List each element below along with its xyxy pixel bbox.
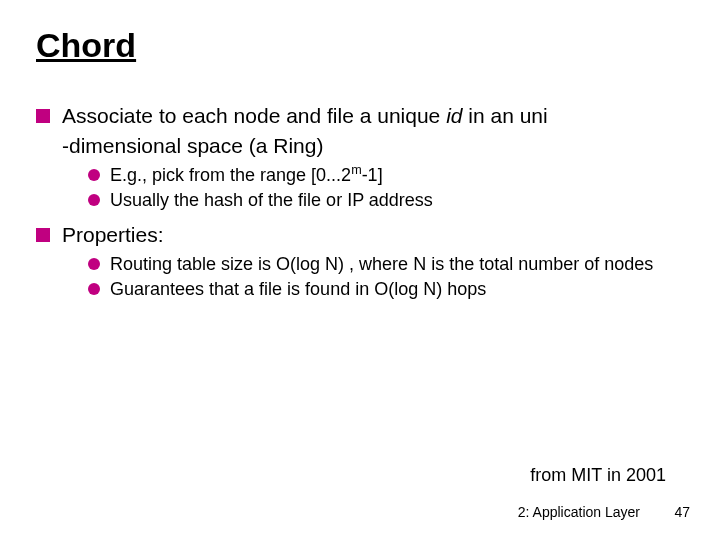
square-bullet-icon	[36, 228, 50, 242]
attribution-text: from MIT in 2001	[530, 465, 666, 486]
page-number: 47	[674, 504, 690, 520]
text-run: Associate to each node and file a unique	[62, 104, 446, 127]
subbullet-hops: Guarantees that a file is found in O(log…	[88, 278, 684, 301]
subbullets-associate: E.g., pick from the range [0...2m-1] Usu…	[88, 164, 684, 213]
text-run: Properties:	[62, 223, 164, 246]
slide-title: Chord	[36, 26, 684, 65]
bullet-properties: Properties:	[36, 222, 684, 248]
square-bullet-icon	[36, 109, 50, 123]
slide-body: Associate to each node and file a unique…	[36, 103, 684, 301]
superscript: m	[351, 163, 362, 177]
text-run: E.g., pick from the range [0...2	[110, 165, 351, 185]
subbullet-hash: Usually the hash of the file or IP addre…	[88, 189, 684, 212]
text-run: in an uni	[462, 104, 547, 127]
text-run-italic: id	[446, 104, 462, 127]
bullet-associate: Associate to each node and file a unique…	[36, 103, 684, 129]
text-run: Usually the hash of the file or IP addre…	[110, 190, 433, 210]
circle-bullet-icon	[88, 194, 100, 206]
circle-bullet-icon	[88, 258, 100, 270]
text-run: Guarantees that a file is found in O(log…	[110, 279, 486, 299]
circle-bullet-icon	[88, 283, 100, 295]
bullet-associate-cont: -dimensional space (a Ring)	[36, 133, 684, 159]
text-run: -dimensional space (a Ring)	[62, 134, 323, 157]
slide: Chord Associate to each node and file a …	[0, 0, 720, 540]
subbullet-table-size: Routing table size is O(log N) , where N…	[88, 253, 684, 276]
subbullet-range: E.g., pick from the range [0...2m-1]	[88, 164, 684, 187]
text-run: Routing table size is O(log N) , where N…	[110, 254, 653, 274]
circle-bullet-icon	[88, 169, 100, 181]
subbullets-properties: Routing table size is O(log N) , where N…	[88, 253, 684, 302]
text-run: -1]	[362, 165, 383, 185]
footer-label: 2: Application Layer	[518, 504, 640, 520]
